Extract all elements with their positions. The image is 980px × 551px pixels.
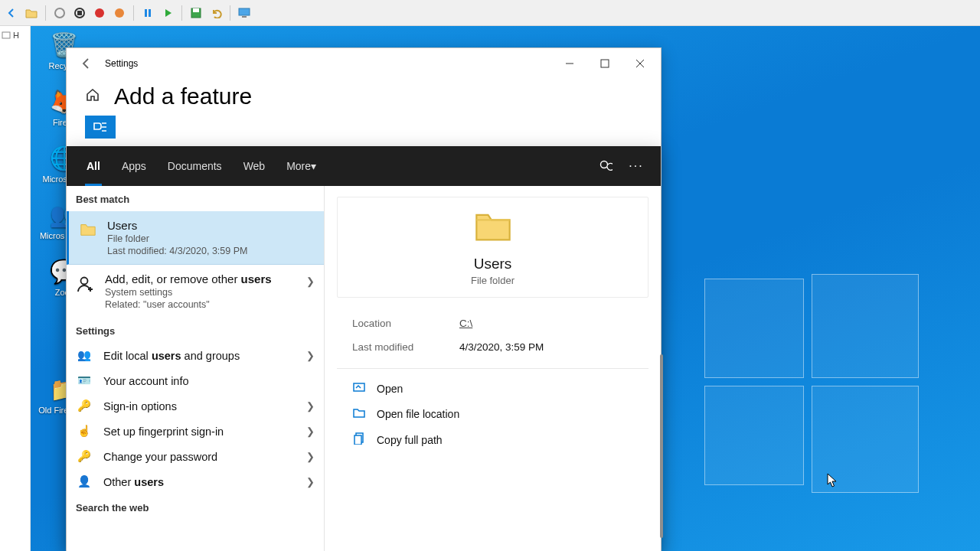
svg-rect-6 — [149, 9, 151, 17]
search-web-label: Search the web — [67, 494, 324, 520]
best-match-label: Best match — [67, 186, 324, 211]
result-subtitle: System settings — [105, 287, 297, 298]
window-title: Settings — [105, 58, 138, 69]
result-subtitle: File folder — [107, 233, 315, 244]
users-group-icon: 👥 — [76, 349, 93, 362]
result-title: Users — [107, 219, 315, 232]
setting-label: Set up fingerprint sign-in — [103, 425, 224, 438]
setting-other-users[interactable]: 👤 Other users ❯ — [67, 469, 324, 494]
svg-rect-11 — [2, 32, 10, 38]
setting-label: Change your password — [103, 451, 217, 463]
location-label: Location — [352, 318, 429, 329]
open-icon — [352, 382, 366, 395]
home-icon[interactable] — [85, 87, 100, 106]
key-icon: 🔑 — [76, 450, 93, 463]
more-icon[interactable]: ··· — [622, 159, 650, 173]
feature-tile[interactable] — [85, 116, 116, 139]
svg-point-17 — [81, 278, 88, 285]
user-add-icon — [76, 272, 96, 293]
action-open-location[interactable]: Open file location — [348, 403, 638, 424]
svg-rect-9 — [239, 8, 250, 15]
windows-logo — [704, 279, 919, 493]
key-icon: 🔑 — [76, 399, 93, 412]
toolbar-stop-icon[interactable] — [71, 5, 88, 21]
result-meta: Related: "user accounts" — [105, 299, 297, 310]
toolbar-folder-icon[interactable] — [23, 5, 40, 21]
chevron-right-icon: ❯ — [306, 425, 315, 437]
result-title: Add, edit, or remove other users — [105, 272, 297, 285]
svg-rect-20 — [354, 435, 361, 445]
scroll-indicator[interactable] — [660, 354, 663, 538]
close-button[interactable] — [622, 52, 658, 75]
tree-item[interactable]: H — [0, 29, 30, 41]
setting-account-info[interactable]: 🪪 Your account info — [67, 368, 324, 393]
setting-change-password[interactable]: 🔑 Change your password ❯ — [67, 444, 324, 469]
result-other-users-setting[interactable]: Add, edit, or remove other users System … — [67, 265, 324, 318]
chevron-down-icon: ▾ — [311, 160, 316, 172]
modified-value: 4/3/2020, 3:59 PM — [459, 341, 544, 353]
tab-apps[interactable]: Apps — [113, 146, 155, 186]
svg-rect-2 — [77, 11, 82, 15]
setting-fingerprint[interactable]: ☝️ Set up fingerprint sign-in ❯ — [67, 419, 324, 444]
setting-label: Your account info — [103, 375, 189, 387]
toolbar-undo-icon[interactable] — [207, 5, 224, 21]
chevron-right-icon: ❯ — [306, 400, 315, 412]
svg-point-0 — [55, 8, 64, 18]
chevron-right-icon: ❯ — [306, 476, 315, 487]
page-heading: Add a feature — [114, 83, 252, 109]
detail-name: Users — [474, 256, 512, 272]
back-button[interactable] — [76, 53, 97, 74]
toolbar-record2-icon[interactable] — [111, 5, 128, 21]
result-meta: Last modified: 4/3/2020, 3:59 PM — [107, 246, 315, 256]
svg-point-4 — [115, 8, 124, 18]
toolbar-monitor-icon[interactable] — [236, 5, 253, 21]
copy-icon — [352, 432, 366, 447]
folder-large-icon — [473, 207, 513, 249]
svg-rect-13 — [601, 60, 609, 67]
minimize-button[interactable] — [552, 52, 587, 75]
detail-column: Users File folder Location C:\ Last modi… — [324, 186, 661, 551]
action-open[interactable]: Open — [348, 378, 638, 399]
fingerprint-icon: ☝️ — [76, 425, 93, 438]
toolbar-pause-icon[interactable] — [139, 5, 156, 21]
detail-type: File folder — [471, 275, 514, 286]
account-card-icon: 🪪 — [76, 374, 93, 387]
result-best-match[interactable]: Users File folder Last modified: 4/3/202… — [67, 211, 324, 265]
maximize-button[interactable] — [587, 52, 622, 75]
action-label: Copy full path — [377, 434, 443, 446]
setting-label: Edit local users and groups — [103, 350, 240, 362]
toolbar-stop-grey-icon[interactable] — [51, 5, 68, 21]
setting-label: Sign-in options — [103, 400, 177, 412]
feedback-icon[interactable] — [592, 159, 619, 173]
svg-point-16 — [601, 161, 608, 168]
results-column: Best match Users File folder Last modifi… — [67, 186, 324, 551]
action-copy-path[interactable]: Copy full path — [348, 429, 638, 451]
tab-documents[interactable]: Documents — [158, 146, 231, 186]
tab-all[interactable]: All — [77, 146, 109, 186]
svg-rect-5 — [145, 9, 147, 17]
action-label: Open — [377, 383, 403, 395]
chevron-right-icon: ❯ — [306, 451, 315, 462]
settings-section-label: Settings — [67, 318, 324, 343]
chevron-right-icon: ❯ — [306, 272, 315, 287]
chevron-right-icon: ❯ — [306, 350, 315, 361]
toolbar-record-icon[interactable] — [91, 5, 108, 21]
tree-rail: H — [0, 26, 31, 551]
folder-open-icon — [352, 407, 366, 420]
location-value[interactable]: C:\ — [459, 318, 472, 329]
setting-label: Other users — [103, 476, 164, 488]
start-search-panel: All Apps Documents Web More ▾ ··· Best m… — [66, 146, 662, 551]
modified-label: Last modified — [352, 341, 429, 353]
search-tabs: All Apps Documents Web More ▾ ··· — [67, 146, 661, 186]
toolbar-back-icon[interactable] — [3, 5, 20, 21]
svg-rect-10 — [242, 16, 247, 18]
setting-sign-in-options[interactable]: 🔑 Sign-in options ❯ — [67, 393, 324, 419]
setting-edit-local-users[interactable]: 👥 Edit local users and groups ❯ — [67, 343, 324, 368]
desktop[interactable]: 🗑️Recycle 🦊Firefo 🌐Micros Edg 👥Micros Te… — [31, 26, 980, 551]
toolbar-save-icon[interactable] — [188, 5, 204, 21]
window-titlebar[interactable]: Settings — [67, 48, 661, 79]
tab-more[interactable]: More ▾ — [277, 146, 325, 186]
tab-web[interactable]: Web — [234, 146, 275, 186]
toolbar-play-icon[interactable] — [159, 5, 176, 21]
user-icon: 👤 — [76, 475, 93, 488]
